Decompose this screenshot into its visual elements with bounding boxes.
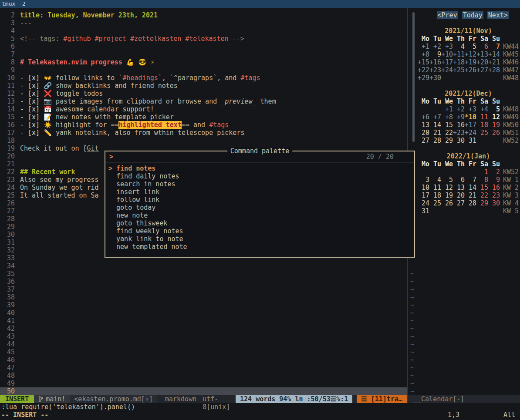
editor-line[interactable]: 4: [0, 27, 407, 35]
calendar-day[interactable]: +4: [476, 105, 488, 113]
editor-line[interactable]: 3---: [0, 19, 407, 27]
editor-line[interactable]: 43: [0, 333, 407, 340]
calendar-day[interactable]: 5: [488, 105, 500, 113]
editor-line[interactable]: 6: [0, 43, 407, 50]
editor-line[interactable]: 12- [x] ❌ toggle todos: [0, 90, 407, 97]
calendar-day[interactable]: 13: [418, 121, 429, 129]
editor-line[interactable]: 16- [x] ☀️ highlight for ==highlighted t…: [0, 121, 407, 129]
calendar-day[interactable]: 22: [441, 129, 453, 137]
editor-line[interactable]: 13- [x] 📷 paste images from clipboard or…: [0, 97, 407, 105]
calendar-day[interactable]: 29: [441, 137, 453, 144]
calendar-day[interactable]: 12: [441, 184, 453, 192]
calendar-day[interactable]: 20: [453, 192, 465, 199]
calendar-day[interactable]: 15: [476, 184, 488, 192]
calendar-day[interactable]: +26: [465, 66, 476, 74]
calendar-day[interactable]: 30: [453, 137, 465, 144]
calendar-day[interactable]: 14: [465, 184, 476, 192]
calendar-day[interactable]: +15: [418, 58, 429, 66]
calendar-day[interactable]: +3: [441, 43, 453, 50]
calendar-day[interactable]: 24: [418, 199, 429, 207]
calendar-day[interactable]: +20: [476, 58, 488, 66]
calendar-day[interactable]: 3: [418, 176, 429, 184]
calendar-day[interactable]: 27: [453, 199, 465, 207]
palette-item[interactable]: goto today: [105, 204, 414, 212]
calendar-day[interactable]: 4: [429, 176, 441, 184]
command-line[interactable]: :lua require('telekasten').panel(): [0, 403, 520, 411]
calendar-day[interactable]: 18: [429, 192, 441, 199]
calendar-day[interactable]: 19: [441, 192, 453, 199]
palette-item[interactable]: > find notes: [105, 165, 414, 172]
calendar-day[interactable]: 17: [418, 192, 429, 199]
calendar-day[interactable]: 9: [488, 176, 500, 184]
calendar-day[interactable]: +28: [488, 66, 500, 74]
calendar-day[interactable]: 16: [488, 184, 500, 192]
editor-line[interactable]: 41: [0, 317, 407, 325]
calendar-day[interactable]: +7: [429, 113, 441, 121]
editor-line[interactable]: 42: [0, 325, 407, 333]
editor-line[interactable]: 8# Telekasten.nvim progress 💪 😎 ⚡: [0, 58, 407, 66]
calendar-day[interactable]: 11: [429, 184, 441, 192]
editor-line[interactable]: 35: [0, 270, 407, 278]
calendar-day[interactable]: 31: [418, 207, 429, 215]
calendar-day[interactable]: +24: [465, 129, 476, 137]
calendar-day[interactable]: 28: [465, 199, 476, 207]
calendar-day[interactable]: +11: [453, 50, 465, 58]
editor-line[interactable]: 39: [0, 301, 407, 309]
calendar-day[interactable]: +19: [465, 58, 476, 66]
calendar-day[interactable]: 19: [488, 121, 500, 129]
calendar-day[interactable]: +12: [465, 50, 476, 58]
editor-line[interactable]: 14- [x] 📅 awesome calendar support!: [0, 105, 407, 113]
calendar-day[interactable]: 21: [465, 192, 476, 199]
calendar-day[interactable]: 25: [476, 129, 488, 137]
calendar-day[interactable]: 10: [418, 184, 429, 192]
calendar-day[interactable]: +29: [418, 74, 429, 82]
calendar-day[interactable]: +25: [453, 66, 465, 74]
calendar-day[interactable]: 22: [476, 192, 488, 199]
editor-line[interactable]: 15- [x] 📝 new notes with template picker: [0, 113, 407, 121]
editor-line[interactable]: 7: [0, 50, 407, 58]
editor-line[interactable]: 45: [0, 348, 407, 356]
editor-line[interactable]: 34: [0, 262, 407, 270]
calendar-day[interactable]: *10: [465, 113, 476, 121]
editor-line[interactable]: 40: [0, 309, 407, 317]
calendar-day[interactable]: +6: [418, 113, 429, 121]
calendar-day[interactable]: 18: [476, 121, 488, 129]
palette-item[interactable]: find weekly notes: [105, 227, 414, 235]
calendar-day[interactable]: 28: [429, 137, 441, 144]
editor-line[interactable]: 18: [0, 137, 407, 144]
calendar-day[interactable]: 14: [429, 121, 441, 129]
palette-item[interactable]: goto thisweek: [105, 219, 414, 227]
calendar-prev-button[interactable]: <Prev: [437, 11, 458, 19]
calendar-day[interactable]: 9: [429, 50, 441, 58]
editor-line[interactable]: 46: [0, 356, 407, 364]
calendar-day[interactable]: 20: [418, 129, 429, 137]
editor-line[interactable]: 36: [0, 278, 407, 286]
editor-line[interactable]: 11- [x] 🔗 show backlinks and friend note…: [0, 82, 407, 90]
palette-item[interactable]: yank link to note: [105, 235, 414, 243]
palette-item[interactable]: new note: [105, 212, 414, 219]
calendar-day[interactable]: +23: [429, 66, 441, 74]
calendar-day[interactable]: +9: [453, 113, 465, 121]
calendar-day[interactable]: 5: [465, 43, 476, 50]
calendar-day[interactable]: +24: [441, 66, 453, 74]
calendar-day[interactable]: +13: [476, 50, 488, 58]
calendar-day[interactable]: 7: [488, 43, 500, 50]
editor-line[interactable]: 49: [0, 380, 407, 387]
editor-line[interactable]: 50: [0, 387, 407, 395]
calendar-day[interactable]: +8: [418, 50, 429, 58]
palette-item[interactable]: new templated note: [105, 243, 414, 251]
calendar-day[interactable]: 26: [441, 199, 453, 207]
calendar-day[interactable]: 23: [488, 192, 500, 199]
calendar-day[interactable]: 16: [453, 121, 465, 129]
editor-line[interactable]: 5<!-- tags: #github #project #zettelkast…: [0, 35, 407, 43]
calendar-day[interactable]: +22: [418, 66, 429, 74]
calendar-day[interactable]: 30: [488, 199, 500, 207]
editor-line[interactable]: 17- [x] ✏️ yank notelink, also from wthi…: [0, 129, 407, 137]
editor-line[interactable]: 37: [0, 286, 407, 293]
calendar-day[interactable]: 2: [488, 168, 500, 176]
calendar-day[interactable]: 6: [476, 43, 488, 50]
palette-item[interactable]: search in notes: [105, 180, 414, 188]
calendar-day[interactable]: +1: [418, 43, 429, 50]
calendar-day[interactable]: 1: [476, 168, 488, 176]
calendar-day[interactable]: +30: [429, 74, 441, 82]
